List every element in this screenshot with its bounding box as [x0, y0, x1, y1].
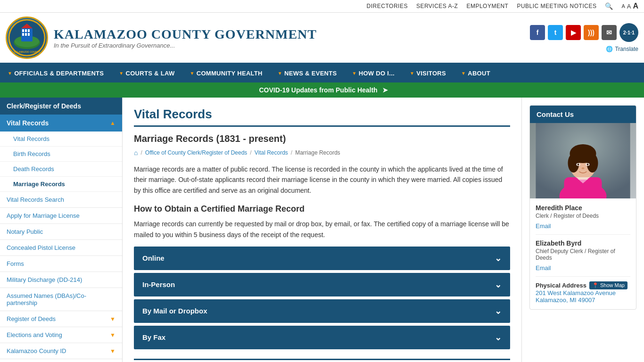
- top-bar-links: Directories Services A-Z Employment Publ…: [367, 2, 638, 10]
- contact1-role: Clerk / Register of Deeds: [536, 213, 630, 219]
- svg-rect-4: [22, 29, 24, 32]
- sidebar-item-elections[interactable]: Elections and Voting ▼: [0, 327, 122, 343]
- section-subtitle: Marriage Records (1831 - present): [134, 133, 510, 144]
- address-label-text: Physical Address: [536, 282, 586, 289]
- page-layout: Clerk/Register of Deeds Vital Records ▲ …: [0, 98, 644, 362]
- svg-rect-8: [25, 33, 27, 36]
- nav-howdo-label: How Do I...: [359, 70, 395, 77]
- translate-label: Translate: [615, 46, 638, 52]
- nav-health[interactable]: ▼ Community Health: [182, 64, 270, 82]
- nav-officials[interactable]: ▼ Officials & Departments: [0, 64, 111, 82]
- top-bar: Directories Services A-Z Employment Publ…: [0, 0, 644, 13]
- svg-rect-5: [25, 29, 27, 32]
- breadcrumb-current: Marriage Records: [295, 149, 340, 156]
- header-right: f t ▶ ))) ✉ 2·1·1 🌐 Translate: [530, 23, 638, 52]
- sidebar-item-military[interactable]: Military Discharge (DD-214): [0, 272, 122, 288]
- contact2-email[interactable]: Email: [536, 264, 551, 272]
- sidebar-section-label: Vital Records: [7, 119, 49, 127]
- nav-news-label: News & Events: [284, 70, 337, 77]
- sidebar-item-id-label: Kalamazoo County ID: [7, 347, 66, 354]
- home-icon[interactable]: ⌂: [134, 149, 138, 156]
- font-size-small[interactable]: A: [621, 3, 625, 9]
- accordion-in-person[interactable]: In-Person ⌄: [134, 273, 510, 296]
- font-size-large[interactable]: A: [633, 2, 638, 10]
- nav-news[interactable]: ▼ News & Events: [270, 64, 345, 82]
- 211-icon[interactable]: 2·1·1: [619, 23, 638, 42]
- sidebar: Clerk/Register of Deeds Vital Records ▲ …: [0, 98, 123, 362]
- nav-health-label: Community Health: [197, 70, 263, 77]
- translate-button[interactable]: 🌐 Translate: [606, 46, 638, 52]
- sidebar-vital-records-section[interactable]: Vital Records ▲: [0, 115, 122, 132]
- contact-divider1: [536, 234, 630, 235]
- employment-link[interactable]: Employment: [466, 3, 508, 9]
- rss-icon[interactable]: ))): [584, 25, 599, 40]
- breadcrumb-sep2: /: [250, 149, 251, 156]
- sidebar-item-assumed-names[interactable]: Assumed Names (DBAs)/Co-partnership: [0, 288, 122, 311]
- contact-info: Meredith Place Clerk / Register of Deeds…: [530, 198, 636, 309]
- site-header: KALAMAZOO COUNTY Kalamazoo County Govern…: [0, 13, 644, 64]
- nav-officials-label: Officials & Departments: [14, 70, 104, 77]
- nav-visitors-label: Visitors: [416, 70, 446, 77]
- nav-howdo[interactable]: ▼ How Do I...: [345, 64, 402, 82]
- twitter-icon[interactable]: t: [548, 25, 563, 40]
- svg-point-20: [587, 154, 598, 173]
- news-arrow: ▼: [278, 71, 282, 76]
- accordion-online[interactable]: Online ⌄: [134, 247, 510, 270]
- services-link[interactable]: Services A-Z: [416, 3, 458, 9]
- svg-rect-6: [28, 29, 30, 32]
- officials-arrow: ▼: [8, 71, 12, 76]
- sidebar-item-register-label: Register of Deeds: [7, 315, 56, 322]
- sidebar-item-notary[interactable]: Notary Public: [0, 224, 122, 240]
- accordion-inperson-label: In-Person: [142, 280, 175, 288]
- sidebar-item-birth-records[interactable]: Birth Records: [0, 147, 122, 162]
- sidebar-section-arrow: ▲: [110, 120, 116, 126]
- visitors-arrow: ▼: [410, 71, 414, 76]
- font-size-medium[interactable]: A: [627, 3, 631, 10]
- covid-banner[interactable]: COVID-19 Updates from Public Health ➤: [0, 82, 644, 98]
- sidebar-item-vital-records-search[interactable]: Vital Records Search: [0, 192, 122, 208]
- sidebar-item-vital-records[interactable]: Vital Records: [0, 132, 122, 147]
- contact-divider2: [536, 276, 630, 277]
- facebook-icon[interactable]: f: [530, 25, 545, 40]
- contact1-email[interactable]: Email: [536, 222, 551, 230]
- courts-arrow: ▼: [119, 71, 124, 76]
- sidebar-item-death-records[interactable]: Death Records: [0, 162, 122, 177]
- meetings-link[interactable]: Public Meeting Notices: [517, 3, 596, 9]
- nav-visitors[interactable]: ▼ Visitors: [402, 64, 454, 82]
- contact-box: Contact Us: [529, 105, 636, 310]
- intro-text: Marriage records are a matter of public …: [134, 164, 510, 196]
- breadcrumb-sep3: /: [291, 149, 292, 156]
- sidebar-item-register-deeds[interactable]: Register of Deeds ▼: [0, 311, 122, 327]
- sidebar-item-kzoo-id[interactable]: Kalamazoo County ID ▼: [0, 343, 122, 359]
- show-map-button[interactable]: 📍 Show Map: [589, 281, 627, 289]
- accordion-online-chevron: ⌄: [495, 253, 502, 263]
- address-line2[interactable]: Kalamazoo, MI 49007: [536, 296, 630, 304]
- nav-courts[interactable]: ▼ Courts & Law: [111, 64, 182, 82]
- search-icon[interactable]: 🔍: [605, 2, 613, 10]
- directories-link[interactable]: Directories: [367, 3, 408, 9]
- site-logo[interactable]: KALAMAZOO COUNTY: [6, 16, 48, 59]
- globe-icon: 🌐: [606, 46, 613, 52]
- sidebar-item-apply-marriage[interactable]: Apply for Marriage License: [0, 208, 122, 224]
- accordion-online-label: Online: [142, 254, 165, 262]
- breadcrumb: ⌂ / Office of County Clerk/Register of D…: [134, 149, 510, 156]
- accordion-mail[interactable]: By Mail or Dropbox ⌄: [134, 299, 510, 323]
- sidebar-item-forms[interactable]: Forms: [0, 256, 122, 272]
- main-content: Vital Records Marriage Records (1831 - p…: [123, 98, 521, 362]
- sidebar-item-cpl[interactable]: Concealed Pistol License: [0, 240, 122, 256]
- email-icon[interactable]: ✉: [602, 25, 617, 40]
- accordion-fax[interactable]: By Fax ⌄: [134, 326, 510, 349]
- youtube-icon[interactable]: ▶: [566, 25, 581, 40]
- breadcrumb-clerk[interactable]: Office of County Clerk/Register of Deeds: [145, 149, 248, 156]
- header-title: Kalamazoo County Government In the Pursu…: [54, 27, 317, 49]
- sidebar-item-elections-label: Elections and Voting: [7, 331, 62, 338]
- nav-about[interactable]: ▼ About: [454, 64, 498, 82]
- howdo-arrow: ▼: [352, 71, 357, 76]
- main-nav: ▼ Officials & Departments ▼ Courts & Law…: [0, 64, 644, 82]
- sidebar-title[interactable]: Clerk/Register of Deeds: [0, 98, 122, 115]
- sidebar-item-marriage-records[interactable]: Marriage Records: [0, 177, 122, 192]
- breadcrumb-vital[interactable]: Vital Records: [255, 149, 288, 156]
- address-line1[interactable]: 201 West Kalamazoo Avenue: [536, 289, 630, 296]
- header-left: KALAMAZOO COUNTY Kalamazoo County Govern…: [6, 16, 317, 59]
- about-arrow: ▼: [461, 71, 466, 76]
